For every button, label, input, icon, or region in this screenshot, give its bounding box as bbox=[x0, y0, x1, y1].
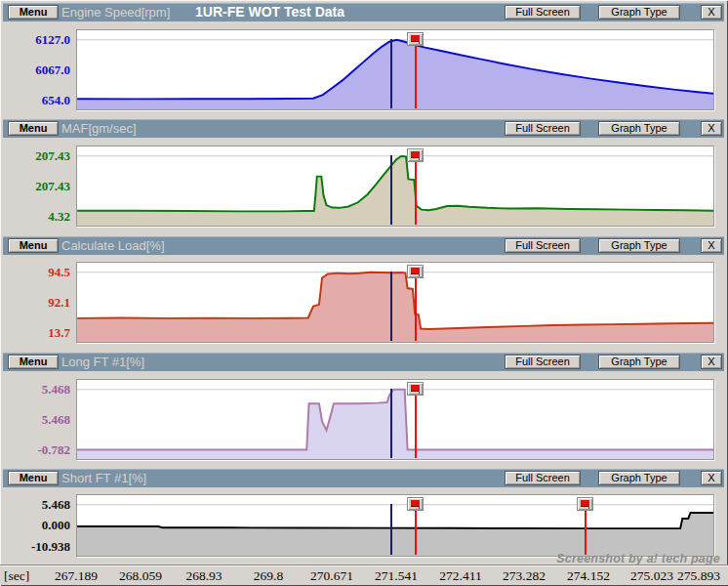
panel-title: MAF[gm/sec] bbox=[61, 119, 137, 138]
cursor-line-red bbox=[415, 510, 417, 555]
panel-calculate-load: MenuCalculate Load[%]Full ScreenGraph Ty… bbox=[0, 236, 728, 343]
panel-title: Engine Speed[rpm] bbox=[61, 3, 170, 21]
cursor-line-red bbox=[415, 395, 417, 458]
graph-type-button[interactable]: Graph Type bbox=[598, 471, 680, 485]
y-axis-labels: 207.43207.434.32 bbox=[0, 146, 74, 227]
full-screen-button[interactable]: Full Screen bbox=[505, 471, 581, 485]
y-label-cursor: 92.1 bbox=[48, 295, 70, 311]
time-axis-tick: 273.282 bbox=[503, 568, 546, 584]
y-label-max: 5.468 bbox=[42, 497, 70, 513]
full-screen-button[interactable]: Full Screen bbox=[505, 121, 581, 136]
cursor-flag-button[interactable] bbox=[407, 265, 424, 278]
menu-button[interactable]: Menu bbox=[8, 238, 59, 253]
flag-pole-icon bbox=[419, 268, 420, 276]
plot-area-long-ft-1[interactable] bbox=[76, 379, 714, 460]
close-button[interactable]: X bbox=[701, 5, 722, 20]
cursor-line-blue[interactable] bbox=[390, 155, 392, 225]
time-axis-tick: 275.893 bbox=[677, 568, 720, 584]
panel-header: MenuCalculate Load[%]Full ScreenGraph Ty… bbox=[3, 236, 724, 255]
graph-type-button[interactable]: Graph Type bbox=[598, 238, 680, 253]
y-axis-labels: 94.592.113.7 bbox=[0, 262, 74, 343]
cursor-line-red bbox=[415, 161, 417, 225]
panel-title: Long FT #1[%] bbox=[61, 353, 144, 371]
panel-engine-speed-rpm: MenuEngine Speed[rpm]1UR-FE WOT Test Dat… bbox=[0, 3, 728, 110]
y-label-min: 13.7 bbox=[48, 325, 70, 341]
cursor-line-red bbox=[585, 510, 586, 555]
graph-type-button[interactable]: Graph Type bbox=[598, 355, 680, 369]
y-axis-labels: 6127.06067.0654.0 bbox=[0, 29, 74, 110]
y-label-min: 4.32 bbox=[48, 209, 70, 225]
time-axis-tick: 271.541 bbox=[375, 568, 418, 584]
full-screen-button[interactable]: Full Screen bbox=[505, 5, 581, 20]
close-button[interactable]: X bbox=[701, 121, 722, 136]
plot-area-maf-gm-sec[interactable] bbox=[76, 146, 714, 227]
panel-title: Calculate Load[%] bbox=[61, 236, 165, 255]
panel-short-ft-1: MenuShort FT #1[%]Full ScreenGraph TypeX… bbox=[0, 469, 728, 557]
series-engine-speed-rpm bbox=[77, 30, 713, 109]
time-axis-tick: 270.671 bbox=[310, 568, 353, 584]
panel-long-ft-1: MenuLong FT #1[%]Full ScreenGraph TypeX5… bbox=[0, 353, 728, 460]
app-window: MenuEngine Speed[rpm]1UR-FE WOT Test Dat… bbox=[0, 0, 728, 586]
time-axis-tick: 272.411 bbox=[439, 568, 481, 584]
panel-maf-gm-sec: MenuMAF[gm/sec]Full ScreenGraph TypeX207… bbox=[0, 119, 728, 227]
menu-button[interactable]: Menu bbox=[8, 121, 59, 136]
time-axis-tick: 267.189 bbox=[55, 568, 98, 584]
close-button[interactable]: X bbox=[701, 238, 722, 253]
flag-pole-icon bbox=[588, 500, 589, 509]
series-fill bbox=[77, 156, 713, 226]
series-short-ft-1 bbox=[77, 495, 713, 556]
time-axis-tick: 268.059 bbox=[119, 568, 162, 584]
time-axis-unit: [sec] bbox=[4, 568, 29, 584]
y-label-min: -10.938 bbox=[31, 539, 70, 555]
plot-area-calculate-load[interactable] bbox=[76, 262, 714, 343]
page-title: 1UR-FE WOT Test Data bbox=[195, 3, 344, 21]
series-line bbox=[77, 513, 713, 528]
cursor-line-blue[interactable] bbox=[390, 389, 392, 458]
y-label-max: 5.468 bbox=[42, 382, 70, 398]
y-label-cursor: 6067.0 bbox=[35, 63, 70, 78]
cursor-flag-button[interactable] bbox=[407, 382, 424, 396]
cursor-flag-button[interactable] bbox=[407, 497, 424, 511]
panel-header: MenuMAF[gm/sec]Full ScreenGraph TypeX bbox=[3, 119, 724, 138]
time-axis-tick: 269.8 bbox=[254, 568, 283, 584]
y-label-cursor: 0.000 bbox=[42, 518, 70, 533]
menu-button[interactable]: Menu bbox=[8, 471, 59, 485]
time-axis-tick: 274.152 bbox=[567, 568, 610, 584]
time-axis-tick: 268.93 bbox=[185, 568, 222, 584]
flag-pole-icon bbox=[419, 500, 420, 509]
panel-header: MenuLong FT #1[%]Full ScreenGraph TypeX bbox=[3, 353, 724, 371]
full-screen-button[interactable]: Full Screen bbox=[505, 238, 581, 253]
time-axis: [sec] 267.189268.059268.93269.8270.67127… bbox=[0, 565, 728, 585]
cursor-flag-button[interactable] bbox=[407, 32, 424, 46]
y-label-max: 207.43 bbox=[35, 148, 70, 164]
cursor-line-blue[interactable] bbox=[390, 39, 392, 108]
cursor-line-blue[interactable] bbox=[390, 272, 392, 341]
full-screen-button[interactable]: Full Screen bbox=[505, 355, 581, 369]
time-axis-tick: 275.023 bbox=[630, 568, 673, 584]
y-label-min: 654.0 bbox=[42, 93, 70, 108]
series-calculate-load bbox=[77, 263, 713, 342]
series-fill bbox=[77, 513, 713, 556]
y-axis-labels: 5.4685.468-0.782 bbox=[0, 379, 74, 460]
cursor-line-red bbox=[415, 277, 417, 341]
plot-area-short-ft-1[interactable] bbox=[76, 494, 714, 557]
y-label-max: 94.5 bbox=[48, 265, 70, 280]
series-fill bbox=[77, 390, 713, 459]
cursor-flag-button[interactable] bbox=[577, 497, 593, 511]
series-maf-gm-sec bbox=[77, 146, 713, 226]
series-long-ft-1 bbox=[77, 380, 713, 459]
graph-type-button[interactable]: Graph Type bbox=[598, 5, 680, 20]
cursor-line-blue[interactable] bbox=[390, 504, 392, 555]
y-axis-labels: 5.4680.000-10.938 bbox=[0, 494, 74, 557]
graph-type-button[interactable]: Graph Type bbox=[598, 121, 680, 136]
panel-title: Short FT #1[%] bbox=[61, 469, 146, 487]
menu-button[interactable]: Menu bbox=[8, 5, 59, 20]
menu-button[interactable]: Menu bbox=[8, 355, 59, 369]
close-button[interactable]: X bbox=[701, 471, 722, 485]
cursor-flag-button[interactable] bbox=[407, 148, 424, 162]
watermark-text: Screenshot by a! tech page bbox=[556, 552, 720, 565]
panel-header: MenuShort FT #1[%]Full ScreenGraph TypeX bbox=[3, 469, 724, 487]
close-button[interactable]: X bbox=[701, 355, 722, 369]
y-label-cursor: 5.468 bbox=[42, 412, 70, 428]
plot-area-engine-speed-rpm[interactable] bbox=[76, 29, 714, 110]
